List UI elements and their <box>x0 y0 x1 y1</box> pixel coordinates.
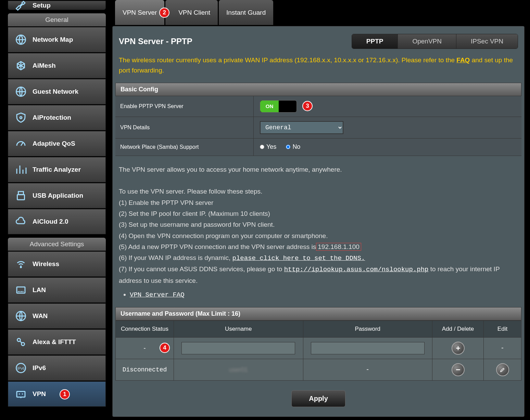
sidebar-item-label: VPN <box>33 390 46 398</box>
cloud-icon <box>14 215 28 228</box>
sidebar-item-traffic-analyzer[interactable]: Traffic Analyzer <box>8 157 106 182</box>
apply-button[interactable]: Apply <box>291 390 345 407</box>
annotation-badge-1: 1 <box>60 389 70 399</box>
tab-instant-guard[interactable]: Instant Guard <box>219 0 273 25</box>
sidebar-item-usb-application[interactable]: USB Application <box>8 183 106 208</box>
sidebar-header-advanced: Advanced Settings <box>8 238 106 251</box>
iplookup-link[interactable]: http://iplookup.asus.com/nslookup.php <box>284 266 429 273</box>
sidebar-item-aimesh[interactable]: AiMesh <box>8 53 106 78</box>
sidebar-item-wireless[interactable]: Wireless <box>8 251 106 277</box>
password-input[interactable] <box>311 342 425 354</box>
page-title: VPN Server - PPTP <box>119 37 192 46</box>
svg-point-2 <box>20 117 22 119</box>
vpn-server-faq-link[interactable]: VPN Server FAQ <box>130 291 185 299</box>
chart-icon <box>14 163 28 176</box>
th-add-delete: Add / Delete <box>432 321 484 338</box>
sidebar-item-label: Setup <box>33 2 51 9</box>
ethernet-icon <box>14 283 28 297</box>
sidebar-item-vpn[interactable]: VPN 1 <box>8 381 106 407</box>
vpn-icon <box>14 387 28 401</box>
wrench-icon <box>14 0 28 12</box>
shield-icon <box>14 111 28 124</box>
tab-label: Instant Guard <box>226 9 266 16</box>
sidebar-item-aiprotection[interactable]: AiProtection <box>8 105 106 130</box>
globe-icon <box>14 85 28 99</box>
section-header-users: Username and Password (Max Limit : 16) <box>115 307 521 320</box>
sidebar-item-network-map[interactable]: Network Map <box>8 27 106 52</box>
mode-tab-pptp[interactable]: PPTP <box>352 34 398 49</box>
faq-link[interactable]: FAQ <box>456 56 470 64</box>
cell-edit: - <box>484 338 521 359</box>
tab-label: VPN Client <box>173 9 210 16</box>
sidebar-item-label: LAN <box>33 286 46 294</box>
th-edit: Edit <box>484 321 521 338</box>
tab-vpn-client[interactable]: VPN Client <box>165 0 218 25</box>
warning-message: The wireless router currently uses a pri… <box>113 52 524 83</box>
wifi-icon <box>14 257 28 271</box>
users-table: Connection Status Username Password Add … <box>115 320 521 381</box>
th-password: Password <box>303 321 432 338</box>
sidebar-item-ipv6[interactable]: IPv6 IPv6 <box>8 355 106 381</box>
sidebar-item-label: AiProtection <box>33 114 71 121</box>
samba-support-label: Network Place (Samba) Support <box>115 139 254 156</box>
add-button[interactable] <box>452 342 465 355</box>
sidebar-item-label: AiMesh <box>33 62 56 69</box>
sidebar-item-alexa-ifttt[interactable]: Alexa & IFTTT <box>8 329 106 355</box>
ddns-link[interactable]: please click here to set the DDNS. <box>232 254 365 262</box>
delete-button[interactable] <box>452 363 465 376</box>
sidebar-item-label: Adaptive QoS <box>33 140 75 147</box>
sidebar-item-label: Traffic Analyzer <box>33 166 81 173</box>
sidebar-item-wan[interactable]: WAN <box>8 303 106 329</box>
edit-button[interactable] <box>496 363 509 376</box>
tab-label: VPN Server <box>123 9 157 16</box>
sidebar-item-label: IPv6 <box>33 364 46 372</box>
annotation-badge-4: 4 <box>160 343 170 353</box>
svg-point-5 <box>21 267 22 268</box>
sidebar-header-general: General <box>8 13 106 26</box>
vpn-details-select[interactable]: General <box>260 121 343 134</box>
mode-tab-openvpn[interactable]: OpenVPN <box>398 34 456 49</box>
th-conn-status: Connection Status <box>116 321 174 338</box>
svg-text:IPv6: IPv6 <box>17 366 24 370</box>
globe-icon <box>14 33 28 47</box>
enable-pptp-toggle[interactable]: ON <box>260 100 297 113</box>
cell-username: user01 <box>174 359 303 381</box>
gauge-icon <box>14 137 28 150</box>
username-input[interactable] <box>181 342 295 354</box>
sidebar-item-aicloud[interactable]: AiCloud 2.0 <box>8 209 106 234</box>
sidebar-item-adaptive-qos[interactable]: Adaptive QoS <box>8 131 106 156</box>
sidebar-item-label: Guest Network <box>33 88 78 95</box>
server-ip-address: 192.168.1.100 <box>316 243 361 251</box>
table-row: Disconnected user01 - <box>116 359 521 381</box>
mode-tab-ipsec[interactable]: IPSec VPN <box>456 34 518 49</box>
section-header-basic-config: Basic Config <box>115 83 521 96</box>
globe-icon <box>14 309 28 323</box>
sidebar-item-setup[interactable]: Setup <box>8 1 106 10</box>
sidebar-item-label: USB Application <box>33 192 83 199</box>
tab-vpn-server[interactable]: VPN Server 2 <box>115 0 164 25</box>
svg-rect-6 <box>17 287 25 293</box>
samba-yes-radio[interactable]: Yes <box>260 143 276 150</box>
mode-tabs: PPTP OpenVPN IPSec VPN <box>352 34 518 49</box>
sidebar-item-label: AiCloud 2.0 <box>33 218 68 225</box>
svg-rect-12 <box>17 392 25 397</box>
sidebar-item-label: Alexa & IFTTT <box>33 338 76 346</box>
annotation-badge-3: 3 <box>302 101 313 111</box>
sidebar-item-label: WAN <box>33 312 48 320</box>
sidebar-item-lan[interactable]: LAN <box>8 277 106 303</box>
ipv6-icon: IPv6 <box>14 361 28 375</box>
link-icon <box>14 335 28 349</box>
cell-password: - <box>303 359 432 381</box>
description-block: The VPN server allows you to access your… <box>113 156 524 307</box>
table-row: - 4 - <box>116 338 521 359</box>
cell-status: - 4 <box>116 338 174 359</box>
sidebar-item-label: Wireless <box>33 260 59 268</box>
samba-no-radio[interactable]: No <box>286 143 300 150</box>
cell-status: Disconnected <box>116 359 174 381</box>
vpn-details-label: VPN Details <box>115 117 254 138</box>
enable-pptp-label: Enable PPTP VPN Server <box>115 96 254 117</box>
sidebar-item-guest-network[interactable]: Guest Network <box>8 79 106 104</box>
svg-rect-4 <box>17 195 25 200</box>
usb-icon <box>14 189 28 202</box>
sidebar-item-label: Network Map <box>33 36 73 43</box>
